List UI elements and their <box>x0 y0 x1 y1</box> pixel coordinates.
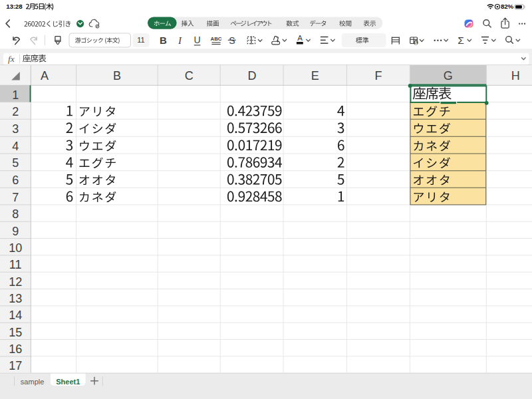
svg-text:82%: 82% <box>501 3 513 10</box>
svg-text:fx: fx <box>8 54 15 64</box>
svg-text:B: B <box>113 69 121 82</box>
svg-text:U: U <box>194 35 201 45</box>
svg-text:9: 9 <box>12 225 19 238</box>
svg-text:$: $ <box>414 41 417 46</box>
svg-text:A: A <box>297 34 303 42</box>
svg-text:14: 14 <box>9 309 22 322</box>
svg-text:17: 17 <box>9 359 22 372</box>
svg-text:1: 1 <box>12 88 19 102</box>
svg-text:13: 13 <box>9 292 22 305</box>
svg-text:E: E <box>311 69 319 82</box>
svg-text:12: 12 <box>9 275 22 289</box>
svg-text:G: G <box>444 69 453 82</box>
svg-text:6: 6 <box>12 174 19 187</box>
svg-text:A: A <box>41 69 49 82</box>
svg-text:H: H <box>511 69 520 82</box>
svg-text:13:28: 13:28 <box>6 3 23 10</box>
svg-text:5: 5 <box>12 156 19 170</box>
svg-text:Σ: Σ <box>458 35 464 46</box>
svg-text:I: I <box>178 35 182 46</box>
svg-text:15: 15 <box>9 326 22 339</box>
svg-text:10: 10 <box>9 241 22 255</box>
svg-text:3: 3 <box>12 122 19 136</box>
svg-text:F: F <box>374 69 382 82</box>
svg-text:D: D <box>247 69 256 82</box>
svg-text:8: 8 <box>12 207 19 221</box>
svg-text:11: 11 <box>137 36 144 44</box>
svg-text:sample: sample <box>21 378 44 386</box>
svg-text:Sheet1: Sheet1 <box>56 378 80 386</box>
svg-text:B: B <box>160 35 167 46</box>
svg-text:C: C <box>185 69 194 82</box>
svg-text:7: 7 <box>12 191 19 204</box>
svg-text:2: 2 <box>12 105 19 118</box>
svg-text:4: 4 <box>12 140 19 153</box>
svg-text:11: 11 <box>9 258 22 271</box>
svg-text:ABC: ABC <box>211 36 222 42</box>
svg-text:16: 16 <box>9 342 22 356</box>
